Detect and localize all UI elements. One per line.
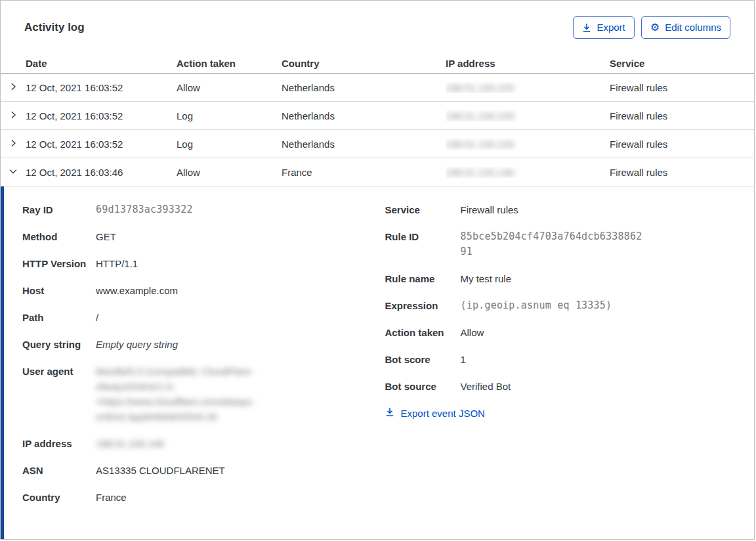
detail-row: Rule ID 85bce5b204cf4703a764dcb633886291 bbox=[385, 229, 755, 259]
detail-right-column: Service Firewall rules Rule ID 85bce5b20… bbox=[379, 202, 755, 517]
detail-row: Country France bbox=[22, 490, 379, 505]
detail-value: GET bbox=[96, 229, 116, 244]
detail-label: IP address bbox=[22, 436, 96, 451]
export-button-label: Export bbox=[597, 21, 625, 34]
row-expander[interactable] bbox=[1, 110, 26, 121]
row-date: 12 Oct, 2021 16:03:52 bbox=[26, 110, 177, 121]
detail-label: Ray ID bbox=[22, 202, 96, 217]
column-header-ip: IP address bbox=[446, 58, 610, 69]
detail-value: Firewall rules bbox=[461, 202, 518, 217]
row-action-taken: Allow bbox=[177, 167, 282, 178]
detail-row: Rule name My test rule bbox=[385, 271, 755, 286]
detail-value: 85bce5b204cf4703a764dcb633886291 bbox=[461, 229, 648, 259]
detail-value: 1 bbox=[461, 352, 466, 367]
detail-row: HTTP Version HTTP/1.1 bbox=[22, 256, 379, 271]
detail-label: Rule name bbox=[385, 271, 461, 286]
detail-value: My test rule bbox=[461, 271, 512, 286]
chevron-down-icon bbox=[9, 167, 18, 178]
row-service: Firewall rules bbox=[610, 82, 754, 93]
row-service: Firewall rules bbox=[610, 110, 754, 121]
column-header-date: Date bbox=[26, 58, 177, 69]
detail-row: Query string Empty query string bbox=[22, 337, 379, 352]
detail-row: Path / bbox=[22, 310, 379, 325]
page-title: Activity log bbox=[24, 21, 85, 34]
row-service: Firewall rules bbox=[610, 139, 754, 150]
detail-row: Host www.example.com bbox=[22, 283, 379, 298]
detail-label: Path bbox=[22, 310, 96, 325]
column-header-country: Country bbox=[282, 58, 446, 69]
detail-label: Bot score bbox=[385, 352, 461, 367]
detail-label: User agent bbox=[22, 364, 96, 424]
detail-label: Host bbox=[22, 283, 96, 298]
detail-label: HTTP Version bbox=[22, 256, 96, 271]
detail-label: Rule ID bbox=[385, 229, 461, 259]
row-country: Netherlands bbox=[282, 110, 446, 121]
detail-value: HTTP/1.1 bbox=[96, 256, 138, 271]
header-bar: Activity log Export ⚙ Edit columns bbox=[1, 1, 754, 53]
detail-label: Country bbox=[22, 490, 96, 505]
column-header-action: Action taken bbox=[177, 58, 282, 69]
edit-columns-button[interactable]: ⚙ Edit columns bbox=[641, 16, 730, 39]
row-service: Firewall rules bbox=[610, 167, 754, 178]
detail-row: Bot score 1 bbox=[385, 352, 755, 367]
detail-row: Ray ID 69d13783ac393322 bbox=[22, 202, 379, 217]
row-country: France bbox=[282, 167, 446, 178]
detail-value: (ip.geoip.asnum eq 13335) bbox=[461, 298, 612, 313]
chevron-right-icon bbox=[9, 82, 18, 93]
detail-value: 198.51.100.146 bbox=[96, 436, 164, 451]
detail-label: Query string bbox=[22, 337, 96, 352]
gear-icon: ⚙ bbox=[650, 22, 660, 33]
table-header-row: Date Action taken Country IP address Ser… bbox=[1, 53, 754, 74]
row-expander[interactable] bbox=[1, 82, 26, 93]
row-action-taken: Allow bbox=[177, 82, 282, 93]
expanded-event-detail: Ray ID 69d13783ac393322 Method GET HTTP … bbox=[1, 186, 754, 539]
row-ip-address-redacted: 198.51.100.226 bbox=[446, 82, 514, 93]
header-actions: Export ⚙ Edit columns bbox=[573, 16, 730, 39]
detail-row: User agent Mozilla/5.0 (compatible; Clou… bbox=[22, 364, 379, 424]
row-country: Netherlands bbox=[282, 139, 446, 150]
row-action-taken: Log bbox=[177, 110, 282, 121]
detail-label: Bot source bbox=[385, 379, 461, 394]
detail-label: Action taken bbox=[385, 325, 461, 340]
row-date: 12 Oct, 2021 16:03:46 bbox=[26, 167, 177, 178]
detail-row: Expression (ip.geoip.asnum eq 13335) bbox=[385, 298, 755, 313]
table-row[interactable]: 12 Oct, 2021 16:03:52 Allow Netherlands … bbox=[1, 74, 754, 102]
row-ip-address-redacted: 198.51.100.226 bbox=[446, 110, 514, 121]
detail-value: www.example.com bbox=[96, 283, 178, 298]
detail-row: Action taken Allow bbox=[385, 325, 755, 340]
row-ip-address-redacted: 198.51.100.226 bbox=[446, 139, 514, 150]
row-date: 12 Oct, 2021 16:03:52 bbox=[26, 82, 177, 93]
row-expander[interactable] bbox=[1, 167, 26, 178]
detail-value: AS13335 CLOUDFLARENET bbox=[96, 463, 225, 478]
detail-label: Service bbox=[385, 202, 461, 217]
row-date: 12 Oct, 2021 16:03:52 bbox=[26, 139, 177, 150]
download-icon bbox=[385, 407, 394, 419]
download-icon bbox=[582, 23, 591, 33]
column-header-service: Service bbox=[610, 58, 754, 69]
export-event-json-link[interactable]: Export event JSON bbox=[385, 407, 485, 419]
detail-row: ASN AS13335 CLOUDFLARENET bbox=[22, 463, 379, 478]
detail-value: Allow bbox=[461, 325, 484, 340]
detail-row: IP address 198.51.100.146 bbox=[22, 436, 379, 451]
export-button[interactable]: Export bbox=[573, 16, 634, 39]
detail-value: Empty query string bbox=[96, 337, 178, 352]
row-country: Netherlands bbox=[282, 82, 446, 93]
table-row[interactable]: 12 Oct, 2021 16:03:52 Log Netherlands 19… bbox=[1, 130, 754, 158]
row-expander[interactable] bbox=[1, 139, 26, 150]
detail-left-column: Ray ID 69d13783ac393322 Method GET HTTP … bbox=[4, 202, 379, 517]
table-row[interactable]: 12 Oct, 2021 16:03:46 Allow France 198.5… bbox=[1, 158, 754, 186]
detail-row: Bot source Verified Bot bbox=[385, 379, 755, 394]
detail-value: Mozilla/5.0 (compatible; CloudFlare-Alwa… bbox=[96, 364, 283, 424]
detail-row: Method GET bbox=[22, 229, 379, 244]
table-row[interactable]: 12 Oct, 2021 16:03:52 Log Netherlands 19… bbox=[1, 102, 754, 130]
row-action-taken: Log bbox=[177, 139, 282, 150]
detail-label: Method bbox=[22, 229, 96, 244]
table-body: 12 Oct, 2021 16:03:52 Allow Netherlands … bbox=[1, 74, 754, 186]
activity-log-panel: Activity log Export ⚙ Edit columns Date … bbox=[0, 0, 755, 540]
detail-value: Verified Bot bbox=[461, 379, 511, 394]
row-ip-address-redacted: 198.51.100.146 bbox=[446, 167, 514, 178]
detail-row: Service Firewall rules bbox=[385, 202, 755, 217]
edit-columns-label: Edit columns bbox=[665, 21, 721, 34]
detail-value: 69d13783ac393322 bbox=[96, 202, 193, 217]
chevron-right-icon bbox=[9, 139, 18, 150]
